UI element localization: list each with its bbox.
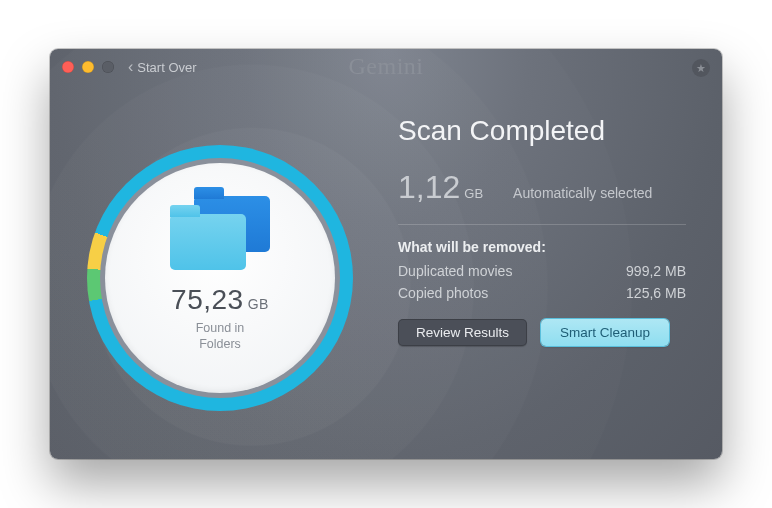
selected-size-value: 1,12 <box>398 169 460 205</box>
remove-item-label: Copied photos <box>398 285 488 301</box>
chevron-left-icon: ‹ <box>128 59 133 75</box>
remove-item-size: 125,6 MB <box>626 285 686 301</box>
selected-label: Automatically selected <box>513 185 652 201</box>
remove-item: Duplicated movies 999,2 MB <box>398 263 686 279</box>
selected-size: 1,12GB <box>398 169 483 206</box>
zoom-icon <box>102 61 114 73</box>
selected-row: 1,12GB Automatically selected <box>398 169 686 206</box>
scanned-size-value: 75,23 <box>171 284 244 315</box>
traffic-lights <box>62 61 114 73</box>
scan-summary-panel: 75,23GB Found in Folders <box>50 97 390 459</box>
scanned-size-unit: GB <box>248 296 269 312</box>
selected-size-unit: GB <box>464 186 483 201</box>
scanned-size: 75,23GB <box>171 284 269 316</box>
divider <box>398 224 686 225</box>
remove-item-label: Duplicated movies <box>398 263 512 279</box>
results-heading: Scan Completed <box>398 115 686 147</box>
titlebar: ‹ Start Over Gemini ★ <box>50 49 722 85</box>
remove-item: Copied photos 125,6 MB <box>398 285 686 301</box>
app-title: Gemini <box>349 53 424 80</box>
remove-heading: What will be removed: <box>398 239 686 255</box>
close-icon[interactable] <box>62 61 74 73</box>
favorite-icon[interactable]: ★ <box>692 59 710 77</box>
start-over-label: Start Over <box>137 60 196 75</box>
minimize-icon[interactable] <box>82 61 94 73</box>
content-area: 75,23GB Found in Folders Scan Completed … <box>50 97 722 459</box>
app-window: ‹ Start Over Gemini ★ 75,23GB <box>50 49 722 459</box>
action-buttons: Review Results Smart Cleanup <box>398 319 686 346</box>
remove-item-size: 999,2 MB <box>626 263 686 279</box>
folders-icon <box>170 196 270 270</box>
scanned-caption: Found in Folders <box>196 320 245 353</box>
start-over-button[interactable]: ‹ Start Over <box>128 59 197 75</box>
results-panel: Scan Completed 1,12GB Automatically sele… <box>390 97 722 459</box>
progress-ring: 75,23GB Found in Folders <box>87 145 353 411</box>
scan-circle: 75,23GB Found in Folders <box>105 163 335 393</box>
review-results-button[interactable]: Review Results <box>398 319 527 346</box>
smart-cleanup-button[interactable]: Smart Cleanup <box>541 319 669 346</box>
